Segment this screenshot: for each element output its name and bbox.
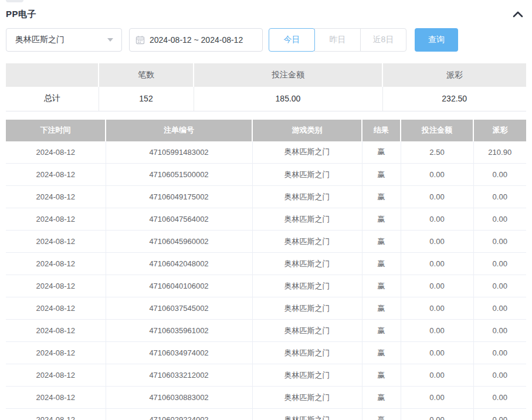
last-8-days-button[interactable]: 近8日 — [360, 28, 406, 52]
records-cell-4: 0.00 — [401, 186, 473, 208]
records-cell-2: 奥林匹斯之门 — [252, 186, 362, 208]
records-cell-0: 2024-08-12 — [6, 141, 106, 164]
records-cell-2: 奥林匹斯之门 — [252, 320, 362, 342]
date-range-input[interactable]: 2024-08-12 ~ 2024-08-12 — [129, 28, 263, 52]
collapse-button[interactable] — [511, 7, 525, 21]
records-cell-3: 赢 — [362, 297, 401, 320]
summary-header-cell-3: 派彩 — [382, 63, 526, 87]
records-cell-4: 2.50 — [401, 141, 473, 164]
records-cell-0: 2024-08-12 — [6, 275, 106, 297]
records-cell-0: 2024-08-12 — [6, 387, 106, 409]
records-cell-4: 0.00 — [401, 320, 473, 342]
records-cell-0: 2024-08-12 — [6, 364, 106, 387]
records-cell-2: 奥林匹斯之门 — [252, 275, 362, 297]
records-header-row: 下注时间注单编号游戏类别结果投注金额派彩 — [6, 120, 526, 141]
table-row: 2024-08-1247106033212002奥林匹斯之门赢0.000.00 — [6, 364, 526, 387]
game-select-value: 奥林匹斯之门 — [15, 35, 65, 45]
records-cell-2: 奥林匹斯之门 — [252, 231, 362, 253]
table-row: 2024-08-1247106042048002奥林匹斯之门赢0.000.00 — [6, 253, 526, 275]
table-row: 2024-08-1247106051500002奥林匹斯之门赢0.000.00 — [6, 164, 526, 186]
table-row: 2024-08-1247106049175002奥林匹斯之门赢0.000.00 — [6, 186, 526, 208]
game-select[interactable]: 奥林匹斯之门 — [6, 28, 122, 52]
records-cell-3: 赢 — [362, 275, 401, 297]
summary-header-cell-0 — [6, 63, 99, 87]
records-cell-3: 赢 — [362, 387, 401, 409]
records-cell-0: 2024-08-12 — [6, 342, 106, 364]
records-cell-0: 2024-08-12 — [6, 208, 106, 231]
yesterday-button[interactable]: 昨日 — [314, 28, 361, 52]
records-cell-3: 赢 — [362, 409, 401, 420]
today-button[interactable]: 今日 — [269, 28, 315, 52]
summary-total-cell-2: 185.00 — [194, 87, 382, 111]
table-row: 2024-08-1247106045960002奥林匹斯之门赢0.000.00 — [6, 231, 526, 253]
records-table: 下注时间注单编号游戏类别结果投注金额派彩 2024-08-12471059914… — [6, 120, 526, 420]
calendar-icon — [135, 35, 145, 45]
records-cell-3: 赢 — [362, 208, 401, 231]
records-cell-1: 47106033212002 — [106, 364, 252, 387]
records-cell-4: 0.00 — [401, 364, 473, 387]
records-cell-5: 0.00 — [473, 275, 526, 297]
query-button[interactable]: 查询 — [415, 28, 458, 52]
records-cell-5: 0.00 — [473, 409, 526, 420]
records-cell-5: 0.00 — [473, 387, 526, 409]
records-cell-4: 0.00 — [401, 253, 473, 275]
summary-total-cell-0: 总计 — [6, 87, 99, 111]
records-cell-0: 2024-08-12 — [6, 409, 106, 420]
records-cell-3: 赢 — [362, 141, 401, 164]
records-cell-3: 赢 — [362, 364, 401, 387]
records-cell-2: 奥林匹斯之门 — [252, 387, 362, 409]
records-cell-4: 0.00 — [401, 164, 473, 186]
records-header-cell-3: 结果 — [362, 120, 401, 141]
records-header-cell-4: 投注金额 — [401, 120, 473, 141]
records-cell-5: 0.00 — [473, 164, 526, 186]
records-cell-2: 奥林匹斯之门 — [252, 297, 362, 320]
records-cell-0: 2024-08-12 — [6, 297, 106, 320]
chevron-up-icon — [513, 11, 523, 18]
table-row: 2024-08-1247106037545002奥林匹斯之门赢0.000.00 — [6, 297, 526, 320]
records-cell-4: 0.00 — [401, 409, 473, 420]
records-cell-1: 47106040106002 — [106, 275, 252, 297]
table-row: 2024-08-1247105991483002奥林匹斯之门赢2.50210.9… — [6, 141, 526, 164]
summary-header-cell-1: 笔数 — [99, 63, 194, 87]
records-cell-3: 赢 — [362, 186, 401, 208]
records-cell-1: 47106037545002 — [106, 297, 252, 320]
records-cell-4: 0.00 — [401, 387, 473, 409]
records-cell-3: 赢 — [362, 320, 401, 342]
records-cell-2: 奥林匹斯之门 — [252, 364, 362, 387]
records-cell-3: 赢 — [362, 342, 401, 364]
records-cell-4: 0.00 — [401, 297, 473, 320]
page-title: PP电子 — [6, 9, 36, 20]
summary-total-row: 总计152185.00232.50 — [6, 87, 526, 111]
records-cell-0: 2024-08-12 — [6, 253, 106, 275]
records-cell-1: 47106035961002 — [106, 320, 252, 342]
table-row: 2024-08-1247106035961002奥林匹斯之门赢0.000.00 — [6, 320, 526, 342]
date-range-value: 2024-08-12 ~ 2024-08-12 — [150, 35, 243, 45]
records-cell-5: 0.00 — [473, 253, 526, 275]
records-cell-2: 奥林匹斯之门 — [252, 409, 362, 420]
summary-total-cell-1: 152 — [99, 87, 194, 111]
records-cell-4: 0.00 — [401, 231, 473, 253]
panel-header: PP电子 — [6, 0, 526, 23]
table-row: 2024-08-1247106029224002奥林匹斯之门赢0.000.00 — [6, 409, 526, 420]
records-cell-3: 赢 — [362, 164, 401, 186]
records-cell-3: 赢 — [362, 231, 401, 253]
records-cell-5: 0.00 — [473, 342, 526, 364]
records-header-cell-1: 注单编号 — [106, 120, 252, 141]
records-cell-0: 2024-08-12 — [6, 231, 106, 253]
records-cell-5: 0.00 — [473, 320, 526, 342]
quick-range-button-group: 今日 昨日 近8日 — [269, 28, 406, 52]
records-header-cell-2: 游戏类别 — [252, 120, 362, 141]
clipped-element-fragment — [6, 0, 23, 2]
summary-total-cell-3: 232.50 — [382, 87, 526, 111]
records-cell-0: 2024-08-12 — [6, 186, 106, 208]
records-cell-4: 0.00 — [401, 208, 473, 231]
records-cell-2: 奥林匹斯之门 — [252, 342, 362, 364]
table-row: 2024-08-1247106047564002奥林匹斯之门赢0.000.00 — [6, 208, 526, 231]
records-cell-1: 47106042048002 — [106, 253, 252, 275]
records-header-cell-0: 下注时间 — [6, 120, 106, 141]
records-cell-1: 47106051500002 — [106, 164, 252, 186]
records-cell-2: 奥林匹斯之门 — [252, 208, 362, 231]
records-cell-1: 47106030883002 — [106, 387, 252, 409]
chevron-down-icon — [107, 38, 113, 42]
records-cell-2: 奥林匹斯之门 — [252, 164, 362, 186]
